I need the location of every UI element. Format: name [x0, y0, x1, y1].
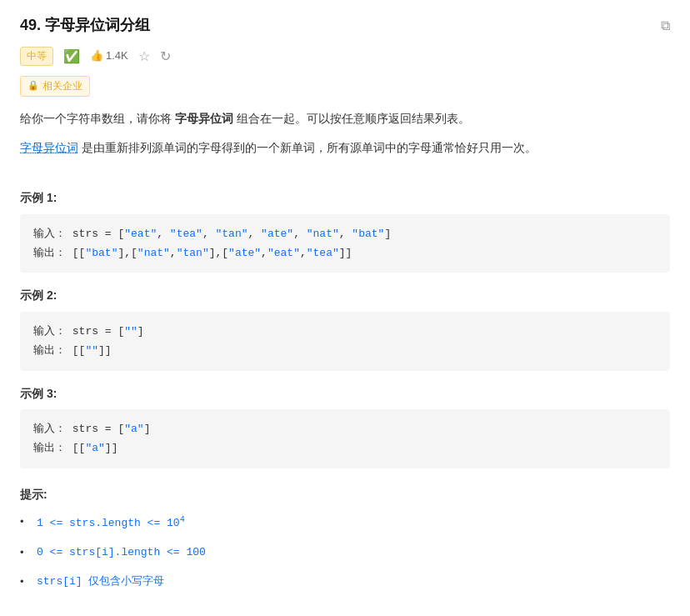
page-header: 49. 字母异位词分组 ⧉	[20, 13, 670, 38]
page-title: 49. 字母异位词分组	[20, 13, 150, 38]
example-2-title: 示例 2:	[20, 286, 670, 304]
example-1-output-label: 输出：	[33, 247, 66, 259]
anagram-link[interactable]: 字母异位词	[20, 141, 78, 154]
example-3-code: 输入： strs = ["a"] 输出： [["a"]]	[20, 409, 670, 468]
hint-3-text: strs[i] 仅包含小写字母	[37, 573, 164, 591]
hint-item-3: • strs[i] 仅包含小写字母	[20, 573, 670, 591]
company-tag-row: 🔒 相关企业	[20, 75, 670, 108]
meta-row: 中等 ✅ 👍 1.4K ☆ ↻	[20, 46, 670, 68]
bullet-1: •	[20, 513, 30, 531]
copy-icon[interactable]: ⧉	[661, 15, 670, 37]
star-icon[interactable]: ☆	[138, 46, 150, 68]
thumb-icon: 👍	[90, 48, 103, 65]
example-3-input-value: strs = ["a"]	[72, 423, 151, 435]
example-3-output-value: [["a"]]	[72, 442, 118, 454]
example-3-input-label: 输入：	[33, 423, 66, 435]
hints-section: 提示: • 1 <= strs.length <= 104 • 0 <= str…	[20, 485, 670, 591]
bullet-2: •	[20, 544, 30, 562]
example-2-input-value: strs = [""]	[72, 325, 144, 338]
hint-item-2: • 0 <= strs[i].length <= 100	[20, 544, 670, 562]
hints-title: 提示:	[20, 485, 670, 503]
description-note: 字母异位词 是由重新排列源单词的字母得到的一个新单词，所有源单词中的字母通常恰好…	[20, 138, 670, 158]
difficulty-tag[interactable]: 中等	[20, 47, 53, 66]
example-1-output-value: [["bat"],["nat","tan"],["ate","eat","tea…	[72, 247, 352, 259]
example-1-title: 示例 1:	[20, 188, 670, 207]
hint-item-1: • 1 <= strs.length <= 104	[20, 513, 670, 533]
example-3-output-label: 输出：	[33, 442, 66, 454]
hint-1-text: 1 <= strs.length <= 104	[37, 513, 185, 533]
example-2-input-label: 输入：	[33, 325, 66, 338]
example-1-input-label: 输入：	[33, 228, 66, 240]
example-1-input-value: strs = ["eat", "tea", "tan", "ate", "nat…	[72, 228, 391, 240]
example-3-title: 示例 3:	[20, 384, 670, 403]
examples-section: 示例 1: 输入： strs = ["eat", "tea", "tan", "…	[20, 188, 670, 468]
description-main: 给你一个字符串数组，请你将 字母异位词 组合在一起。可以按任意顺序返回结果列表。	[20, 108, 670, 129]
company-tag[interactable]: 🔒 相关企业	[20, 76, 90, 97]
refresh-icon[interactable]: ↻	[160, 46, 171, 68]
example-2-code: 输入： strs = [""] 输出： [[""]]	[20, 312, 670, 371]
accepted-icon: ✅	[63, 46, 80, 68]
hint-2-text: 0 <= strs[i].length <= 100	[37, 544, 206, 562]
lock-icon: 🔒	[28, 78, 39, 93]
example-2-output-value: [[""]]	[72, 344, 112, 357]
likes-count: 👍 1.4K	[90, 48, 128, 65]
highlight-anagram: 字母异位词	[175, 112, 233, 125]
example-2-output-label: 输出：	[33, 344, 66, 357]
bullet-3: •	[20, 573, 30, 591]
example-1-code: 输入： strs = ["eat", "tea", "tan", "ate", …	[20, 214, 670, 273]
